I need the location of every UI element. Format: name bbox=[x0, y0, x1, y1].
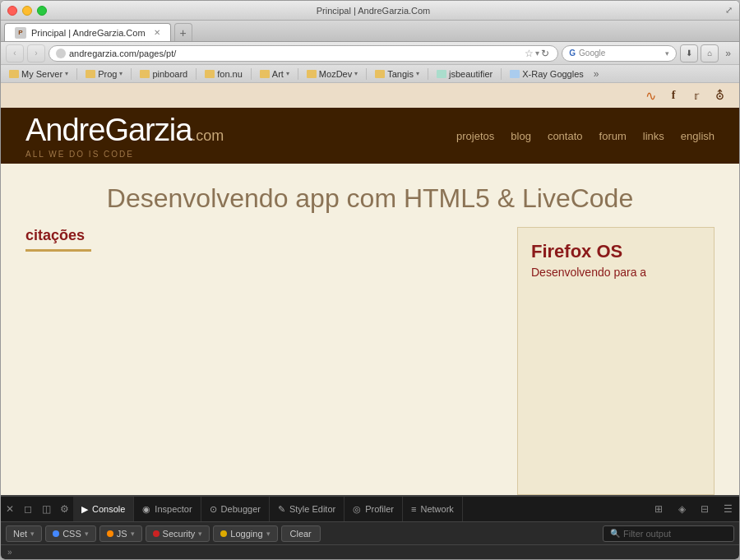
titlebar: Principal | AndreGarzia.Com ⤢ bbox=[1, 1, 739, 21]
bookmark-fonnu[interactable]: fon.nu bbox=[201, 69, 246, 79]
bookmark-label: Prog bbox=[98, 69, 117, 79]
devtools-extra-1[interactable]: ⊞ bbox=[647, 497, 670, 521]
filter-js[interactable]: JS ▾ bbox=[99, 525, 142, 542]
css-dropdown-icon: ▾ bbox=[85, 530, 89, 538]
window-controls bbox=[7, 6, 47, 16]
ssl-icon bbox=[56, 49, 66, 58]
net-dropdown-icon: ▾ bbox=[30, 530, 35, 538]
url-text: andregarzia.com/pages/pt/ bbox=[69, 49, 523, 58]
refresh-icon[interactable]: ↻ bbox=[541, 48, 549, 59]
tab-network-label: Network bbox=[420, 504, 453, 514]
nav-forum[interactable]: forum bbox=[599, 130, 627, 142]
nav-links[interactable]: links bbox=[643, 130, 664, 142]
browser-window: Principal | AndreGarzia.Com ⤢ P Principa… bbox=[0, 0, 740, 560]
filter-security[interactable]: Security ▾ bbox=[146, 525, 210, 542]
url-bar[interactable]: andregarzia.com/pages/pt/ ☆ ▾ ↻ bbox=[49, 45, 558, 62]
home-icon[interactable]: ⌂ bbox=[701, 44, 719, 62]
bookmark-art[interactable]: Art ▾ bbox=[257, 69, 293, 79]
nav-blog[interactable]: blog bbox=[511, 130, 531, 142]
devtools-split-button[interactable]: ◫ bbox=[37, 497, 55, 521]
folder-icon bbox=[86, 70, 95, 78]
site-logo: AndreGarzia.com ALL WE DO IS CODE bbox=[25, 113, 456, 159]
filter-logging[interactable]: Logging ▾ bbox=[213, 525, 277, 542]
new-tab-button[interactable]: + bbox=[174, 23, 192, 41]
citacoes-heading: citações bbox=[25, 227, 501, 244]
tab-close-icon[interactable]: ✕ bbox=[154, 28, 160, 37]
filter-css-label: CSS bbox=[62, 529, 81, 539]
divider bbox=[131, 68, 132, 80]
devtools-extra-4[interactable]: ☰ bbox=[716, 497, 739, 521]
filter-output-input[interactable]: 🔍 Filter output bbox=[603, 525, 734, 542]
devtools-detach-button[interactable]: ◻ bbox=[19, 497, 37, 521]
folder-icon bbox=[260, 70, 270, 78]
search-bar[interactable]: G Google ▾ bbox=[562, 45, 677, 62]
logging-dot bbox=[220, 530, 227, 537]
minimize-button[interactable] bbox=[22, 6, 32, 16]
tab-title: Principal | AndreGarzia.Com bbox=[31, 28, 146, 38]
filter-css[interactable]: CSS ▾ bbox=[45, 525, 96, 542]
folder-icon bbox=[9, 70, 19, 78]
logo-tagline: ALL WE DO IS CODE bbox=[25, 150, 456, 159]
devtools-extra-2[interactable]: ◈ bbox=[670, 497, 693, 521]
tab-profiler[interactable]: ◎ Profiler bbox=[345, 497, 403, 521]
bookmark-myserver[interactable]: My Server ▾ bbox=[6, 69, 72, 79]
divider bbox=[251, 68, 252, 80]
bookmark-pinboard[interactable]: pinboard bbox=[136, 69, 191, 79]
debugger-icon: ⊙ bbox=[210, 504, 217, 515]
bookmark-jsbeautifier[interactable]: jsbeautifier bbox=[433, 69, 496, 79]
expand-icon[interactable]: » bbox=[7, 548, 12, 557]
filter-search-icon: 🔍 bbox=[610, 529, 620, 538]
rss-icon[interactable]: ∿ bbox=[644, 89, 657, 102]
bookmarks-bar: My Server ▾ Prog ▾ pinboard fon.nu Art ▾… bbox=[1, 65, 739, 83]
site-body: citações Firefox OS Desenvolvendo para a bbox=[1, 227, 739, 495]
downloads-icon[interactable]: ⬇ bbox=[680, 44, 698, 62]
tab-debugger[interactable]: ⊙ Debugger bbox=[201, 497, 270, 521]
devtools-extra-3[interactable]: ⊟ bbox=[693, 497, 716, 521]
filter-net[interactable]: Net ▾ bbox=[6, 525, 42, 542]
bookmark-xray[interactable]: X-Ray Goggles bbox=[506, 69, 587, 79]
facebook-icon[interactable]: f bbox=[667, 89, 680, 102]
nav-contato[interactable]: contato bbox=[548, 130, 583, 142]
maximize-button[interactable] bbox=[37, 6, 47, 16]
divider bbox=[366, 68, 367, 80]
bookmark-label: fon.nu bbox=[217, 69, 243, 79]
tab-style-editor[interactable]: ✎ Style Editor bbox=[270, 497, 345, 521]
bookmark-tangis[interactable]: Tangis ▾ bbox=[372, 69, 423, 79]
forward-button[interactable]: › bbox=[27, 44, 45, 62]
star-icon[interactable]: ☆ bbox=[525, 48, 534, 59]
filter-security-label: Security bbox=[163, 529, 196, 539]
logo-text: AndreGarzia.com bbox=[25, 113, 456, 148]
clear-button[interactable]: Clear bbox=[281, 525, 321, 542]
tab-debugger-label: Debugger bbox=[221, 504, 261, 514]
bookmark-prog[interactable]: Prog ▾ bbox=[82, 69, 126, 79]
css-dot bbox=[53, 530, 59, 537]
tab-console[interactable]: ▶ Console bbox=[73, 497, 134, 521]
devtools-tab-bar: ✕ ◻ ◫ ⚙ ▶ Console ◉ Inspector ⊙ Debugger… bbox=[1, 495, 739, 521]
twitter-icon[interactable]: 𝕣 bbox=[690, 89, 703, 102]
nav-english[interactable]: english bbox=[681, 130, 715, 142]
more-tools-icon[interactable]: » bbox=[722, 48, 734, 59]
bookmarks-more-icon[interactable]: » bbox=[590, 68, 603, 80]
tab-inspector[interactable]: ◉ Inspector bbox=[134, 497, 201, 521]
github-icon[interactable]: ⛢ bbox=[713, 89, 726, 102]
browser-tab[interactable]: P Principal | AndreGarzia.Com ✕ bbox=[4, 23, 171, 41]
devtools-close-button[interactable]: ✕ bbox=[1, 497, 19, 521]
page-icon bbox=[437, 70, 446, 78]
bookmark-label: jsbeautifier bbox=[449, 69, 493, 79]
close-button[interactable] bbox=[7, 6, 17, 16]
site-header: AndreGarzia.com ALL WE DO IS CODE projet… bbox=[1, 108, 739, 164]
bookmark-mozdev[interactable]: MozDev ▾ bbox=[303, 69, 361, 79]
tab-inspector-label: Inspector bbox=[155, 504, 192, 514]
navigation-bar: ‹ › andregarzia.com/pages/pt/ ☆ ▾ ↻ G Go… bbox=[1, 42, 739, 65]
social-bar: ∿ f 𝕣 ⛢ bbox=[1, 83, 739, 108]
site-main-content: citações bbox=[25, 227, 517, 495]
devtools-settings-icon[interactable]: ⚙ bbox=[55, 497, 73, 521]
chevron-icon: ▾ bbox=[286, 70, 289, 77]
tab-favicon: P bbox=[15, 27, 26, 39]
bookmark-label: MozDev bbox=[319, 69, 352, 79]
nav-projetos[interactable]: projetos bbox=[456, 130, 494, 142]
tab-network[interactable]: ≡ Network bbox=[403, 497, 463, 521]
folder-icon bbox=[307, 70, 317, 78]
back-button[interactable]: ‹ bbox=[6, 44, 24, 62]
style-editor-icon: ✎ bbox=[278, 504, 285, 515]
